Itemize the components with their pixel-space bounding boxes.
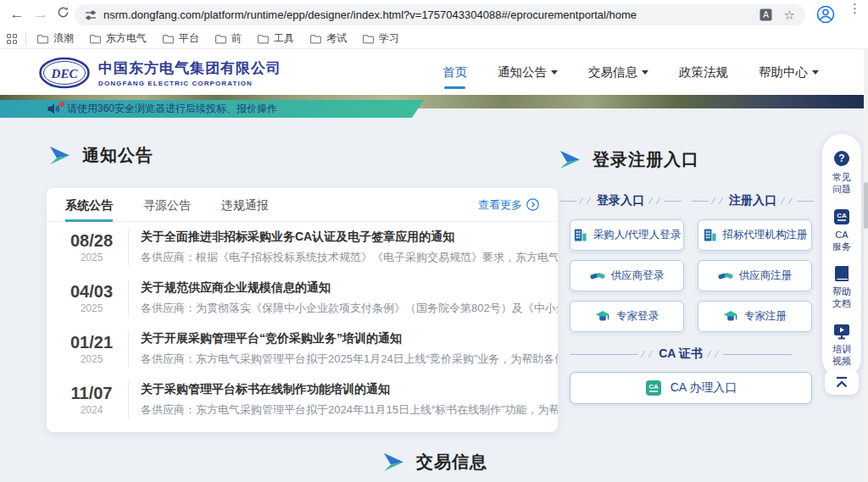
help-docs-shortcut[interactable]: 帮助文档 (822, 258, 861, 316)
trade-info-section-title: 交易信息 (383, 451, 487, 474)
register-entry-header: 注册入口 (692, 193, 814, 208)
notice-row[interactable]: 04/03 2025 关于规范供应商企业规模信息的通知 各供应商：为贯彻落实《保… (47, 273, 558, 324)
divider (128, 330, 129, 368)
notice-date: 11/07 2024 (64, 384, 120, 416)
url-text[interactable]: nsrm.dongfang.com/platform/runtime/epp/d… (103, 8, 760, 21)
question-bubble-icon: ? (832, 150, 851, 169)
profile-icon[interactable] (816, 5, 835, 24)
notice-title[interactable]: 关于规范供应商企业规模信息的通知 (141, 280, 558, 296)
notice-row[interactable]: 11/07 2024 关于采购管理平台标书在线制作功能培训的通知 各供应商：东方… (47, 374, 558, 425)
site-header: DEC 中国东方电气集团有限公司 DONGFANG ELECTRIC CORPO… (0, 49, 868, 95)
forward-icon[interactable]: → (32, 6, 49, 23)
collapse-up-icon (834, 376, 849, 389)
svg-text:CA: CA (648, 383, 659, 391)
bookmark-folder[interactable]: 浪潮 (36, 31, 74, 46)
svg-text:?: ? (838, 152, 844, 164)
notice-title[interactable]: 关于采购管理平台标书在线制作功能培训的通知 (141, 382, 558, 397)
ca-apply-button[interactable]: CA CA 办理入口 (570, 372, 812, 404)
ribbon-text: 请使用360安全浏览器进行后续投标、报价操作 (67, 102, 277, 116)
login-section-title: 登录注册入口 (559, 148, 814, 171)
bookmark-label: 东方电气 (106, 31, 147, 46)
handshake-icon (718, 269, 733, 282)
folder-icon (89, 34, 101, 44)
supplier-register-button[interactable]: 供应商注册 (698, 260, 812, 291)
bookmark-label: 平台 (179, 31, 199, 46)
supplier-login-button[interactable]: 供应商登录 (570, 260, 684, 291)
translate-icon[interactable]: A (760, 8, 772, 21)
tab-violation-reports[interactable]: 违规通报 (221, 188, 269, 222)
nav-home[interactable]: 首页 (442, 64, 467, 80)
notice-card: 系统公告 寻源公告 违规通报 查看更多 08/28 2025 关于全面推进非招标… (47, 188, 558, 432)
reload-icon[interactable] (54, 6, 71, 23)
faq-shortcut[interactable]: ? 常见问题 (822, 144, 861, 202)
nav-notices[interactable]: 通知公告 (498, 64, 558, 80)
ca-card-icon: CA (832, 208, 851, 226)
bookmark-folder[interactable]: 平台 (162, 31, 199, 46)
folder-icon (257, 34, 269, 44)
back-icon[interactable]: ← (8, 6, 25, 23)
training-videos-shortcut[interactable]: 培训视频 (822, 316, 861, 374)
buyer-agent-login-button[interactable]: 采购人/代理人登录 (570, 219, 684, 251)
chevron-down-icon (812, 70, 819, 75)
notice-title[interactable]: 关于开展采购管理平台“竞价采购业务”培训的通知 (141, 331, 558, 346)
browser-notice-ribbon: 请使用360安全浏览器进行后续投标、报价操作 (0, 100, 424, 118)
bookmark-folder[interactable]: 工具 (257, 31, 294, 46)
nav-policies[interactable]: 政策法规 (679, 64, 728, 80)
bidding-agency-register-button[interactable]: 招标代理机构注册 (698, 219, 812, 251)
notice-title[interactable]: 关于全面推进非招标采购业务CA认证及电子签章应用的通知 (141, 230, 558, 245)
notice-desc: 各供应商：东方电气采购管理平台拟于2025年1月24日上线“竞价采购”业务，为帮… (141, 352, 558, 367)
graduation-cap-icon (595, 310, 610, 324)
apps-grid-icon[interactable] (7, 34, 17, 44)
folder-icon (362, 34, 374, 44)
notice-date: 04/03 2025 (64, 282, 120, 314)
bookmark-star-icon[interactable]: ☆ (784, 8, 795, 23)
browser-menu-icon[interactable]: ⋮ (849, 5, 857, 11)
building-icon (573, 228, 587, 242)
nav-trade-info[interactable]: 交易信息 (588, 64, 648, 80)
tab-sourcing-notices[interactable]: 寻源公告 (143, 188, 191, 222)
scrollbar-track[interactable] (864, 49, 868, 482)
notice-date: 01/21 2025 (64, 333, 120, 365)
site-controls-icon[interactable] (85, 9, 97, 21)
notice-row[interactable]: 01/21 2025 关于开展采购管理平台“竞价采购业务”培训的通知 各供应商：… (47, 324, 558, 374)
view-more-link[interactable]: 查看更多 (478, 197, 539, 213)
nav-help-center[interactable]: 帮助中心 (759, 64, 819, 80)
bookmark-folder[interactable]: 学习 (362, 31, 399, 46)
browser-toolbar: ← → nsrm.dongfang.com/platform/runtime/e… (0, 0, 868, 29)
tab-system-notices[interactable]: 系统公告 (65, 188, 113, 222)
divider (128, 280, 129, 317)
notice-desc: 各供应商：根据《电子招标投标系统技术规范》《电子采购交易规范》要求，东方电气采购… (141, 250, 558, 265)
divider (25, 33, 26, 45)
expert-login-button[interactable]: 专家登录 (570, 301, 684, 332)
dec-oval-icon: DEC (39, 57, 90, 89)
sidebar-label: CA服务 (831, 229, 853, 253)
ca-badge-icon: CA (645, 380, 662, 396)
scrollbar-thumb[interactable] (864, 182, 868, 229)
book-icon (832, 264, 851, 283)
divider (128, 229, 129, 266)
dec-logo[interactable]: DEC 中国东方电气集团有限公司 DONGFANG ELECTRIC CORPO… (39, 57, 281, 89)
expert-register-button[interactable]: 专家注册 (698, 301, 812, 332)
svg-text:A: A (763, 10, 769, 19)
url-bar[interactable]: nsrm.dongfang.com/platform/runtime/epp/d… (75, 4, 805, 25)
notice-date: 08/28 2025 (64, 231, 120, 263)
bookmark-label: 工具 (274, 31, 294, 46)
building-icon (703, 228, 717, 242)
arrow-icon (559, 151, 581, 169)
ca-service-shortcut[interactable]: CA CA服务 (822, 202, 861, 259)
bookmark-folder[interactable]: 前 (214, 31, 242, 46)
login-entry-header: 登录入口 (559, 193, 682, 208)
notice-row[interactable]: 08/28 2025 关于全面推进非招标采购业务CA认证及电子签章应用的通知 各… (47, 222, 558, 273)
chevron-down-icon (642, 70, 648, 75)
arrow-icon (383, 453, 404, 471)
folder-icon (214, 34, 226, 44)
bookmark-label: 考试 (326, 31, 347, 46)
graduation-cap-icon (723, 310, 738, 324)
collapse-sidebar-button[interactable] (825, 369, 859, 395)
floating-sidebar: ? 常见问题 CA CA服务 帮助文档 (822, 134, 861, 378)
ca-cert-header: CA 证书 (570, 346, 792, 362)
bookmark-label: 学习 (379, 31, 399, 46)
bookmark-folder[interactable]: 东方电气 (89, 31, 147, 46)
logo-en-text: DONGFANG ELECTRIC CORPORATION (98, 80, 281, 87)
bookmark-folder[interactable]: 考试 (309, 31, 347, 46)
